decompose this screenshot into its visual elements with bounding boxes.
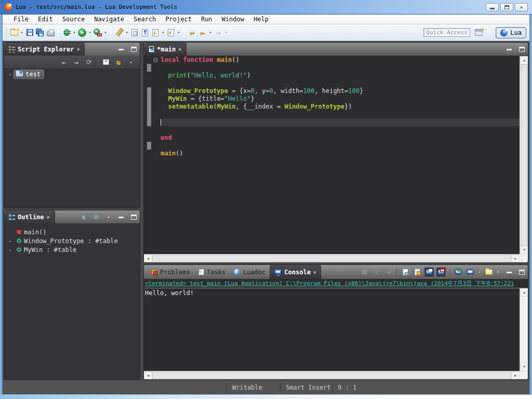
open-console-dropdown[interactable] [496, 266, 501, 278]
menu-item-edit[interactable]: Edit [33, 15, 58, 24]
fold-collapse-icon[interactable] [153, 58, 158, 62]
code-area[interactable]: local function main() print("Hello, worl… [161, 56, 520, 254]
forward-dropdown[interactable] [223, 26, 229, 39]
remove-launch-button[interactable] [371, 267, 381, 277]
close-script-explorer-icon[interactable] [76, 46, 79, 52]
scroll-right-arrow[interactable]: ▶ [511, 255, 520, 263]
scroll-down-arrow[interactable]: ▼ [520, 363, 528, 371]
close-console-icon[interactable] [313, 269, 316, 275]
editor-horizontal-scrollbar[interactable]: ◀ ▶ [144, 254, 520, 262]
menu-item-navigate[interactable]: Navigate [89, 15, 129, 24]
outline-item[interactable]: MyWin : #table [4, 245, 140, 254]
scrollbar-thumb[interactable] [152, 255, 511, 262]
display-selected-console-button[interactable] [465, 267, 475, 277]
run-external-dropdown[interactable] [103, 26, 108, 39]
menu-item-source[interactable]: Source [58, 15, 89, 24]
back-button[interactable] [197, 26, 208, 39]
previous-annotation-dropdown[interactable] [176, 26, 181, 39]
clear-console-button[interactable] [400, 267, 410, 277]
display-console-dropdown[interactable] [477, 266, 482, 278]
expander-icon[interactable] [7, 247, 14, 252]
tab-outline[interactable]: Outline [4, 210, 55, 223]
view-menu-button[interactable] [125, 57, 137, 68]
scrollbar-thumb[interactable] [521, 64, 527, 246]
show-console-on-stdout-toggle[interactable] [424, 267, 434, 277]
console-maximize-button[interactable] [515, 265, 528, 279]
menu-item-project[interactable]: Project [161, 15, 196, 24]
code-editor[interactable]: local function main() print("Hello, worl… [144, 56, 528, 262]
format-button[interactable] [114, 26, 124, 39]
pin-console-toggle[interactable] [453, 267, 463, 277]
console-vertical-scrollbar[interactable]: ▲ ▼ [520, 288, 528, 371]
outline-menu-button[interactable] [102, 210, 115, 223]
previous-annotation-button[interactable] [166, 26, 176, 39]
console-minimize-button[interactable] [503, 265, 515, 279]
editor-vertical-scrollbar[interactable]: ▲ ▼ [520, 56, 528, 254]
open-console-button[interactable] [484, 267, 494, 277]
new-wizard-button[interactable] [9, 26, 19, 39]
terminate-button[interactable] [359, 267, 369, 277]
outline-maximize-button[interactable] [127, 210, 140, 223]
forward-button[interactable] [213, 26, 223, 39]
expander-icon[interactable] [7, 238, 14, 244]
open-perspective-button[interactable] [473, 26, 484, 39]
show-whitespace-toggle[interactable] [140, 26, 150, 39]
menu-item-file[interactable]: File [9, 15, 33, 24]
scroll-up-arrow[interactable]: ▲ [520, 288, 528, 297]
editor-minimize-button[interactable] [503, 43, 515, 56]
outline-item[interactable]: Window_Prototype : #table [4, 236, 140, 245]
scroll-left-arrow[interactable]: ◀ [144, 255, 152, 263]
tab-editor-main[interactable]: *main [144, 43, 187, 56]
outline-minimize-button[interactable] [115, 210, 127, 223]
remove-all-terminated-button[interactable] [383, 267, 393, 277]
menu-item-help[interactable]: Help [249, 15, 273, 24]
console-output[interactable]: Hello, world! ▲ ▼ ◀ ▶ [144, 288, 528, 379]
scroll-lock-toggle[interactable] [412, 267, 422, 277]
scroll-up-arrow[interactable]: ▲ [520, 56, 528, 64]
menu-item-run[interactable]: Run [196, 15, 217, 24]
toolbar-drag-handle[interactable] [6, 28, 7, 38]
refresh-button[interactable] [83, 57, 95, 68]
editor-maximize-button[interactable] [515, 43, 528, 56]
show-console-on-stderr-toggle[interactable] [436, 267, 446, 277]
scroll-right-arrow[interactable]: ▶ [511, 371, 520, 380]
mark-occurrences-toggle[interactable] [129, 26, 140, 39]
filter-button[interactable] [90, 210, 102, 223]
next-annotation-dropdown[interactable] [161, 26, 166, 39]
run-dropdown[interactable] [87, 26, 92, 39]
link-with-editor-toggle[interactable] [113, 57, 124, 68]
scroll-left-arrow[interactable]: ◀ [144, 371, 152, 380]
debug-button[interactable] [61, 26, 72, 39]
run-external-button[interactable] [92, 26, 103, 39]
close-outline-icon[interactable] [47, 214, 50, 220]
last-edit-location-button[interactable] [187, 26, 197, 39]
scroll-down-arrow[interactable]: ▼ [520, 246, 528, 254]
script-explorer-minimize-button[interactable] [115, 43, 127, 56]
run-button[interactable] [77, 26, 87, 39]
close-editor-icon[interactable] [178, 46, 181, 52]
new-wizard-dropdown[interactable] [19, 26, 24, 39]
console-horizontal-scrollbar[interactable]: ◀ ▶ [144, 371, 520, 379]
forward-history-button[interactable] [71, 57, 82, 68]
tree-item-test[interactable]: test [4, 69, 140, 79]
format-dropdown[interactable] [124, 26, 129, 39]
save-button[interactable] [24, 26, 35, 39]
quick-access-input[interactable]: Quick Access [423, 28, 470, 37]
window-close-button[interactable] [515, 3, 528, 11]
back-history-button[interactable] [58, 57, 70, 68]
scrollbar-thumb[interactable] [152, 372, 511, 379]
window-maximize-button[interactable] [500, 3, 513, 11]
print-button[interactable] [45, 26, 56, 39]
debug-dropdown[interactable] [72, 26, 77, 39]
tab-problems[interactable]: Problems [147, 265, 194, 279]
menu-item-search[interactable]: Search [129, 15, 161, 24]
save-all-button[interactable] [35, 26, 45, 39]
tab-luadoc[interactable]: Luadoc [230, 265, 270, 279]
back-dropdown[interactable] [208, 26, 213, 39]
tab-console[interactable]: Console [270, 265, 321, 279]
collapse-all-button[interactable] [100, 57, 112, 68]
window-minimize-button[interactable] [486, 3, 499, 11]
sort-button[interactable] [77, 210, 90, 223]
outline-item[interactable]: main() [4, 228, 140, 236]
tab-script-explorer[interactable]: Script Explorer [4, 43, 85, 56]
